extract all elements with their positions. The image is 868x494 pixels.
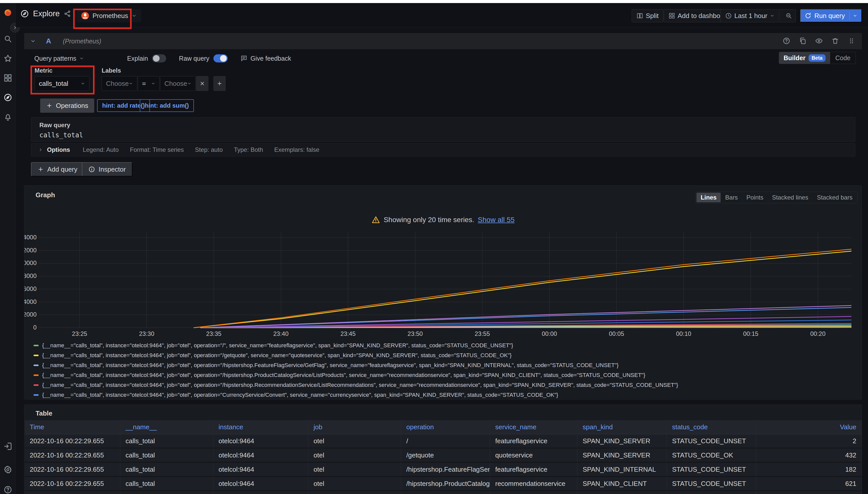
y-axis-tick: 12000: [24, 247, 37, 254]
column-header-time[interactable]: Time: [25, 420, 121, 434]
legend-row[interactable]: {__name__="calls_total", instance="otelc…: [34, 360, 678, 370]
options-label: Options: [47, 146, 70, 153]
graph-mode-stacked-bars[interactable]: Stacked bars: [813, 193, 856, 202]
metric-select[interactable]: calls_total: [35, 76, 89, 91]
column-header-statuscode[interactable]: status_code: [667, 420, 756, 434]
help-circle-icon[interactable]: [783, 37, 790, 45]
graph-mode-points[interactable]: Points: [742, 193, 767, 202]
label-operator-select[interactable]: =: [138, 76, 160, 91]
legend-series-label: {__name__="calls_total", instance="otelc…: [42, 342, 513, 349]
collapse-chevron-icon[interactable]: [30, 38, 36, 44]
query-row-actions: [783, 37, 855, 45]
table-panel: Table Time__name__instancejoboperationse…: [24, 405, 862, 494]
query-ref-id: A: [46, 37, 51, 45]
builder-tab[interactable]: Builder Beta: [779, 52, 830, 64]
x-axis-tick: 23:50: [397, 330, 433, 337]
cell-statuscode: STATUS_CODE_OK: [667, 449, 756, 462]
graph-mode-stacked-lines[interactable]: Stacked lines: [768, 193, 812, 202]
time-range-label: Last 1 hour: [734, 12, 767, 20]
graph-mode-bars[interactable]: Bars: [721, 193, 742, 202]
sidebar: [0, 3, 16, 494]
query-row-header[interactable]: A (Prometheus): [24, 33, 862, 49]
cell-time: 2022-10-16 00:22:29.655: [25, 477, 121, 490]
zoom-out-time-button[interactable]: [782, 10, 796, 22]
remove-label-filter-button[interactable]: [196, 76, 209, 91]
label-value-select[interactable]: Choose: [160, 76, 196, 91]
show-all-series-link[interactable]: Show all 55: [478, 216, 514, 224]
trash-icon[interactable]: [831, 37, 839, 45]
column-header-value[interactable]: Value: [756, 420, 862, 434]
column-header-spankind[interactable]: span_kind: [578, 420, 667, 434]
cell-time: 2022-10-16 00:22:29.655: [25, 491, 121, 494]
chevron-down-icon[interactable]: [853, 14, 857, 18]
time-range-picker[interactable]: Last 1 hour: [720, 9, 796, 22]
sign-in-icon[interactable]: [3, 442, 12, 451]
graph-mode-lines[interactable]: Lines: [697, 193, 721, 202]
alerting-bell-icon[interactable]: [3, 113, 12, 121]
query-patterns-dropdown[interactable]: Query patterns: [34, 55, 84, 62]
raw-query-toggle[interactable]: [214, 54, 228, 62]
column-header-job[interactable]: job: [308, 420, 401, 434]
cell-time: 2022-10-16 00:22:29.655: [25, 449, 121, 462]
datasource-picker[interactable]: Prometheus: [77, 9, 141, 22]
run-query-button[interactable]: Run query: [800, 9, 862, 22]
eye-icon[interactable]: [815, 37, 823, 45]
legend-swatch: [34, 355, 39, 356]
legend-row[interactable]: {__name__="calls_total", instance="otelc…: [34, 380, 678, 390]
time-series-chart[interactable]: [38, 232, 852, 328]
legend-row[interactable]: {__name__="calls_total", instance="otelc…: [34, 370, 678, 380]
legend-row[interactable]: {__name__="calls_total", instance="otelc…: [34, 390, 678, 400]
code-tab[interactable]: Code: [830, 54, 855, 62]
compass-icon: [20, 10, 29, 18]
x-axis-tick: 23:30: [129, 330, 164, 337]
search-icon[interactable]: [3, 35, 12, 43]
explain-toggle[interactable]: [152, 54, 166, 62]
x-axis-tick: 00:10: [666, 330, 701, 337]
legend-row[interactable]: {__name__="calls_total", instance="otelc…: [34, 350, 678, 360]
chevron-down-icon: [129, 81, 133, 86]
help-icon[interactable]: [3, 486, 12, 494]
promql-hint-button[interactable]: hint: add sum(): [140, 99, 194, 112]
table-row: 2022-10-16 00:22:29.655calls_totalotelco…: [25, 463, 862, 477]
give-feedback-link[interactable]: Give feedback: [240, 55, 291, 62]
explore-compass-icon[interactable]: [3, 93, 12, 102]
clock-icon: [725, 13, 732, 19]
legend-swatch: [34, 364, 39, 366]
add-label-filter-button[interactable]: [214, 76, 225, 91]
chevron-down-icon: [770, 14, 775, 18]
options-collapsible[interactable]: Options Legend: AutoFormat: Time seriesS…: [31, 143, 855, 156]
cell-servicename: featureflagservice: [490, 434, 578, 448]
drag-handle-icon[interactable]: [848, 37, 855, 45]
query-datasource-hint: (Prometheus): [63, 38, 101, 45]
share-icon[interactable]: [64, 10, 71, 17]
cell-job: otel: [308, 434, 401, 448]
settings-gear-icon[interactable]: [3, 465, 12, 474]
starred-icon[interactable]: [3, 54, 12, 63]
legend-row[interactable]: {__name__="calls_total", instance="otelc…: [34, 340, 678, 350]
grafana-page: Explore Prometheus Split Add to dashboar…: [0, 3, 868, 494]
cell-spankind: SPAN_KIND_SERVER: [578, 449, 667, 462]
label-name-select[interactable]: Choose: [102, 76, 137, 91]
column-header-operation[interactable]: operation: [401, 420, 490, 434]
split-button[interactable]: Split: [632, 9, 664, 22]
add-query-button[interactable]: Add query: [31, 162, 84, 176]
copy-icon[interactable]: [799, 37, 807, 45]
table-row: 2022-10-16 00:22:29.655calls_totalotelco…: [25, 449, 862, 463]
cell-spankind: SPAN_KIND_INTERNAL: [578, 463, 667, 476]
graph-mode-buttons: LinesBarsPointsStacked linesStacked bars: [695, 192, 857, 203]
graph-panel: Graph LinesBarsPointsStacked linesStacke…: [24, 185, 862, 400]
y-axis-tick: 8000: [24, 272, 37, 280]
operations-button[interactable]: Operations: [40, 98, 94, 113]
column-header-instance[interactable]: instance: [214, 420, 308, 434]
run-query-label: Run query: [814, 12, 845, 20]
dashboards-icon[interactable]: [3, 74, 12, 82]
legend-swatch: [34, 384, 39, 386]
column-header-servicename[interactable]: service_name: [490, 420, 578, 434]
raw-query-expression: calls_total: [39, 131, 83, 139]
cell-servicename: quoteservice: [490, 449, 578, 462]
column-header-name[interactable]: __name__: [121, 420, 214, 434]
inspector-button[interactable]: Inspector: [82, 162, 132, 176]
explore-header: Explore: [20, 9, 71, 18]
grafana-logo[interactable]: [3, 8, 12, 17]
cell-value: 621: [756, 491, 862, 494]
